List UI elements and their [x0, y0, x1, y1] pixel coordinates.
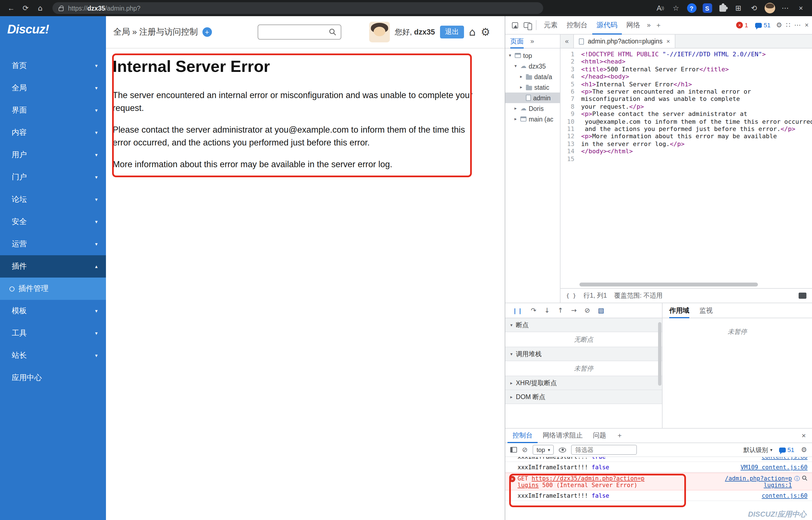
history-icon[interactable]: ⟲ — [747, 2, 761, 14]
sidebar-item-content[interactable]: 内容▾ — [0, 122, 106, 144]
logout-button[interactable]: 退出 — [440, 26, 464, 38]
search-icon[interactable] — [802, 475, 808, 482]
sidebar-item-plugin[interactable]: 插件▴ — [0, 255, 106, 278]
console-source-link[interactable]: content.js:60 — [755, 457, 808, 460]
editor-file-tab[interactable]: admin.php?action=plugins × — [574, 34, 676, 48]
tree-right-arrow-icon[interactable]: ▸ — [519, 74, 524, 79]
line-number[interactable]: 6 — [560, 88, 575, 96]
line-number[interactable]: 5 — [560, 81, 575, 88]
line-number[interactable]: 1 — [560, 51, 575, 58]
user-avatar[interactable] — [369, 22, 390, 42]
devtools-settings-icon[interactable]: ⚙ — [776, 21, 782, 29]
file-tree-item-dzx35[interactable]: ▾☁dzx35 — [505, 61, 560, 71]
context-selector[interactable]: top▾ — [533, 445, 554, 455]
devtools-menu-icon[interactable]: ⋯ — [794, 21, 801, 29]
tab-watch[interactable]: 监视 — [699, 306, 713, 315]
more-tabs-icon[interactable]: » — [645, 21, 653, 29]
console-message-count[interactable]: 51 — [779, 446, 794, 453]
line-number[interactable]: 11 — [560, 125, 575, 133]
pretty-print-icon[interactable]: { } — [566, 293, 576, 299]
tree-right-arrow-icon[interactable]: ▸ — [513, 116, 518, 122]
sidebar-item-security[interactable]: 安全▾ — [0, 211, 106, 233]
navigator-tab-page[interactable]: 页面 — [510, 34, 524, 48]
navigator-toggle-icon[interactable]: « — [560, 34, 574, 48]
sidebar-item-plugin-manage[interactable]: 插件管理 — [0, 278, 106, 300]
file-tree-item-data[interactable]: ▸data/a — [505, 71, 560, 82]
line-number[interactable]: 2 — [560, 58, 575, 66]
collections-icon[interactable]: ⊞ — [732, 2, 745, 14]
file-tree-item-static[interactable]: ▸static — [505, 82, 560, 93]
drawer-close-icon[interactable]: × — [798, 432, 810, 440]
horizontal-scrollbar[interactable] — [579, 283, 805, 286]
step-icon[interactable]: → — [571, 307, 577, 314]
step-over-icon[interactable]: ↷ — [531, 307, 536, 314]
debugger-section-breakpoints[interactable]: ▾断点 — [505, 318, 662, 332]
file-tree-item-admin[interactable]: admin — [505, 93, 560, 103]
navigator-more-icon[interactable]: » — [530, 37, 534, 45]
console-log-row[interactable]: xxxImIframeIstart!!! truecontent.js:60 — [505, 457, 812, 462]
devtools-tab-elements[interactable]: 元素 — [539, 16, 562, 34]
add-icon[interactable]: + — [202, 27, 212, 37]
step-out-icon[interactable]: ↑ — [558, 307, 563, 314]
sidebar-item-portal[interactable]: 门户▾ — [0, 166, 106, 188]
status-bar-icon[interactable] — [798, 293, 806, 299]
console-source-link[interactable]: /admin.php?action=plugins:1 — [724, 475, 792, 488]
console-tab-issues[interactable]: 问题 — [588, 428, 611, 443]
console-tab-network-request-blocking[interactable]: 网络请求阻止 — [538, 428, 588, 443]
extension-s-icon[interactable]: S — [701, 2, 714, 14]
file-tree-item-main[interactable]: ▸main (ac — [505, 114, 560, 124]
console-error-row[interactable]: ×GET https://dzx35/admin.php?action=plug… — [505, 473, 812, 491]
request-url-link[interactable]: https://dzx35/admin.php?action=plugins — [517, 475, 644, 488]
line-number[interactable]: 15 — [560, 155, 575, 163]
sidebar-item-global[interactable]: 全局▾ — [0, 77, 106, 99]
sidebar-item-template[interactable]: 模板▾ — [0, 300, 106, 322]
tab-close-icon[interactable]: × — [666, 38, 670, 45]
console-source-link[interactable]: VM109 content.js:60 — [734, 464, 808, 470]
more-icon[interactable]: ⋯ — [779, 2, 792, 14]
extension-help-icon[interactable]: ? — [685, 2, 698, 14]
debugger-section-call-stack[interactable]: ▾调用堆栈 — [505, 347, 662, 361]
address-bar[interactable]: https://dzx35/admin.php? — [52, 2, 543, 14]
sidebar-item-user[interactable]: 用户▾ — [0, 144, 106, 166]
tree-right-arrow-icon[interactable]: ▸ — [513, 106, 518, 111]
tree-right-arrow-icon[interactable]: ▸ — [519, 85, 524, 90]
pause-icon[interactable]: ❘❘ — [512, 307, 523, 313]
line-number[interactable]: 3 — [560, 66, 575, 73]
console-settings-icon[interactable]: ⚙ — [801, 446, 807, 454]
line-number[interactable]: 7 — [560, 96, 575, 103]
layout-icon[interactable]: ∷ — [786, 21, 790, 29]
error-count-badge[interactable]: ×1 — [736, 22, 748, 28]
tree-down-arrow-icon[interactable]: ▾ — [507, 53, 512, 58]
blackbox-icon[interactable]: ▧ — [598, 307, 604, 314]
device-toolbar-icon[interactable] — [521, 20, 533, 31]
line-number[interactable]: 12 — [560, 133, 575, 140]
log-level-selector[interactable]: 默认级别▾ — [743, 446, 772, 454]
console-add-tab-icon[interactable]: ＋ — [611, 428, 628, 443]
add-tab-icon[interactable]: ＋ — [653, 20, 664, 30]
step-into-icon[interactable]: ↓ — [544, 307, 550, 314]
favorites-icon[interactable]: ☆ — [669, 2, 683, 14]
line-number[interactable]: 10 — [560, 118, 575, 125]
sidebar-item-app-center[interactable]: 应用中心 — [0, 367, 106, 389]
console-filter-input[interactable] — [572, 445, 637, 455]
home-shortcut-icon[interactable]: ⌂ — [469, 27, 476, 37]
clear-console-icon[interactable]: ⊘ — [522, 446, 528, 454]
info-icon[interactable]: ⓘ — [794, 475, 800, 483]
console-source-link[interactable]: content.js:60 — [755, 492, 808, 499]
message-count-badge[interactable]: 51 — [755, 22, 771, 28]
close-icon[interactable]: × — [794, 2, 808, 14]
debugger-section-dom-breakpoints[interactable]: ▸DOM 断点 — [505, 390, 662, 404]
deactivate-breakpoints-icon[interactable]: ⊘ — [584, 307, 590, 314]
read-aloud-icon[interactable]: A)) — [654, 2, 667, 14]
tree-down-arrow-icon[interactable]: ▾ — [513, 63, 518, 69]
sidebar-item-webmaster[interactable]: 站长▾ — [0, 344, 106, 367]
live-expression-icon[interactable] — [559, 447, 566, 452]
console-log-row[interactable]: xxxImIframeIstart!!! falsecontent.js:60 — [505, 491, 812, 501]
line-number[interactable]: 4 — [560, 73, 575, 81]
devtools-close-icon[interactable]: × — [805, 21, 809, 29]
sidebar-item-home[interactable]: 首页▾ — [0, 55, 106, 77]
breadcrumb[interactable]: 全局 » 注册与访问控制 + — [113, 27, 212, 37]
file-tree-item-top[interactable]: ▾top — [505, 50, 560, 61]
devtools-tab-sources[interactable]: 源代码 — [592, 16, 622, 34]
search-icon[interactable] — [329, 28, 336, 36]
